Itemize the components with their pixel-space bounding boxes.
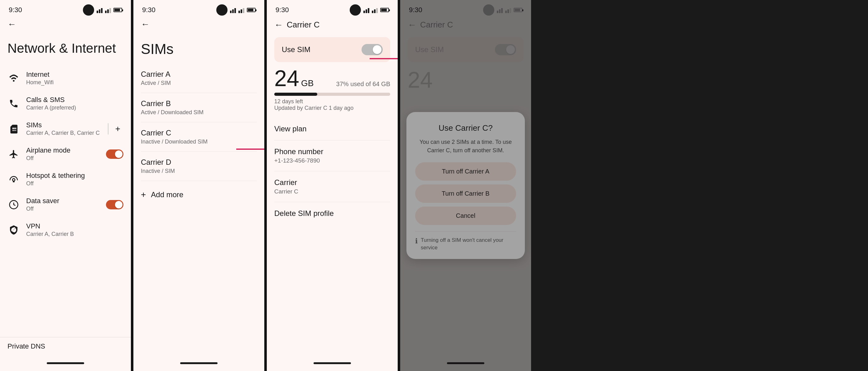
phone-icon bbox=[7, 97, 20, 110]
nav-back-1: ← bbox=[0, 18, 131, 31]
menu-item-datasaver[interactable]: Data saver Off bbox=[7, 192, 123, 217]
add-more-plus-icon: + bbox=[141, 190, 146, 200]
phone-number-value: +1-123-456-7890 bbox=[274, 157, 390, 164]
screen3-nav-title: Carrier C bbox=[287, 20, 319, 30]
dialog-title: Use Carrier C? bbox=[415, 123, 516, 133]
menu-item-calls[interactable]: Calls & SMS Carrier A (preferred) bbox=[7, 91, 123, 116]
status-icons-3 bbox=[350, 4, 389, 16]
nav-pill-2 bbox=[180, 362, 218, 364]
camera-dot-2 bbox=[216, 4, 227, 16]
sims-page-title: SIMs bbox=[141, 40, 257, 57]
view-plan-item[interactable]: View plan bbox=[274, 118, 390, 140]
camera-dot-1 bbox=[83, 4, 94, 16]
carrier-d-status: Inactive / SIM bbox=[141, 168, 257, 174]
screen4-dialog: 9:30 ← Carrier C Use SIM bbox=[400, 0, 531, 371]
dialog-note: ℹ Turning off a SIM won't cancel your se… bbox=[415, 231, 516, 252]
carrier-a-item[interactable]: Carrier A Active / SIM bbox=[141, 64, 257, 93]
use-carrier-dialog: Use Carrier C? You can use 2 SIMs at a t… bbox=[406, 112, 525, 259]
signal-bars-3 bbox=[372, 7, 378, 13]
datasaver-label: Data saver bbox=[26, 197, 100, 205]
add-more-label: Add more bbox=[151, 190, 183, 199]
private-dns-item[interactable]: Private DNS bbox=[0, 337, 131, 355]
data-block: 24 GB 37% used of 64 GB 12 days left Upd… bbox=[274, 67, 390, 111]
add-sim-button[interactable]: + bbox=[112, 123, 123, 135]
signal-bars-1 bbox=[105, 7, 111, 13]
calls-label: Calls & SMS bbox=[26, 96, 123, 104]
days-left: 12 days left bbox=[274, 98, 390, 105]
menu-item-vpn[interactable]: VPN Carrier A, Carrier B bbox=[7, 217, 123, 242]
back-arrow-3[interactable]: ← bbox=[274, 21, 283, 29]
status-bar-2: 9:30 bbox=[133, 0, 264, 18]
datasaver-toggle[interactable] bbox=[106, 200, 123, 209]
dialog-note-text: Turning off a SIM won't cancel your serv… bbox=[421, 236, 516, 252]
carrier-c-name: Carrier C bbox=[141, 129, 257, 137]
menu-text-internet: Internet Home_Wifi bbox=[26, 70, 123, 86]
carrier-c-status: Inactive / Downloaded SIM bbox=[141, 139, 257, 145]
cancel-button[interactable]: Cancel bbox=[415, 206, 516, 225]
wifi-icon-3 bbox=[363, 7, 369, 13]
hotspot-sub: Off bbox=[26, 180, 123, 187]
use-sim-toggle[interactable] bbox=[362, 44, 383, 55]
data-row: 24 GB 37% used of 64 GB bbox=[274, 67, 390, 90]
carrier-item[interactable]: Carrier Carrier C bbox=[274, 171, 390, 202]
menu-item-hotspot[interactable]: Hotspot & tethering Off bbox=[7, 167, 123, 192]
airplane-toggle[interactable] bbox=[106, 149, 123, 159]
menu-item-internet[interactable]: Internet Home_Wifi bbox=[7, 65, 123, 91]
bottom-bar-2 bbox=[133, 359, 264, 371]
bottom-bar-3 bbox=[267, 359, 398, 371]
sim-divider-line bbox=[108, 123, 108, 135]
screen1-content: Network & Internet Internet Home_Wifi Ca… bbox=[0, 31, 131, 359]
internet-sub: Home_Wifi bbox=[26, 79, 123, 86]
arrow-2 bbox=[370, 56, 398, 63]
use-sim-label: Use SIM bbox=[282, 45, 310, 54]
status-bar-1: 9:30 bbox=[0, 0, 131, 18]
carrier-b-name: Carrier B bbox=[141, 99, 257, 108]
add-more-button[interactable]: + Add more bbox=[141, 183, 257, 206]
private-dns-label: Private DNS bbox=[7, 342, 123, 350]
wifi-icon-2 bbox=[230, 7, 236, 13]
menu-item-sims[interactable]: SIMs Carrier A, Carrier B, Carrier C + bbox=[7, 116, 123, 141]
screen2-content: SIMs Carrier A Active / SIM Carrier B Ac… bbox=[133, 31, 264, 359]
back-arrow-2[interactable]: ← bbox=[141, 20, 150, 29]
carrier-a-name: Carrier A bbox=[141, 70, 257, 79]
carrier-b-status: Active / Downloaded SIM bbox=[141, 109, 257, 116]
turn-off-carrier-a-button[interactable]: Turn off Carrier A bbox=[415, 162, 516, 181]
phone-number-item[interactable]: Phone number +1-123-456-7890 bbox=[274, 140, 390, 171]
airplane-label: Airplane mode bbox=[26, 146, 100, 154]
sims-sub: Carrier A, Carrier B, Carrier C bbox=[26, 130, 100, 136]
phone-number-label: Phone number bbox=[274, 147, 390, 156]
time-2: 9:30 bbox=[142, 6, 156, 14]
carrier-b-item[interactable]: Carrier B Active / Downloaded SIM bbox=[141, 93, 257, 122]
data-progress-bar bbox=[274, 93, 390, 96]
nav-back-2: ← bbox=[133, 18, 264, 31]
view-plan-label: View plan bbox=[274, 124, 390, 133]
data-percent: 37% used of 64 GB bbox=[336, 81, 390, 88]
carrier-value: Carrier C bbox=[274, 188, 390, 195]
back-arrow-1[interactable]: ← bbox=[7, 20, 16, 29]
wifi-icon bbox=[7, 72, 20, 85]
camera-dot-3 bbox=[350, 4, 361, 16]
data-progress-fill bbox=[274, 93, 317, 96]
menu-text-hotspot: Hotspot & tethering Off bbox=[26, 172, 123, 187]
info-icon: ℹ bbox=[415, 237, 417, 245]
data-gb: 24 GB bbox=[274, 67, 314, 90]
airplane-icon bbox=[7, 148, 20, 161]
delete-sim-item[interactable]: Delete SIM profile bbox=[274, 202, 390, 225]
calls-sub: Carrier A (preferred) bbox=[26, 105, 123, 111]
status-icons-2 bbox=[216, 4, 255, 16]
arrow-svg-1 bbox=[236, 146, 264, 152]
carrier-label: Carrier bbox=[274, 178, 390, 187]
vpn-label: VPN bbox=[26, 222, 123, 230]
dialog-desc: You can use 2 SIMs at a time. To use Car… bbox=[415, 138, 516, 155]
battery-icon-1 bbox=[114, 8, 122, 12]
bottom-bar-1 bbox=[0, 359, 131, 371]
carrier-d-name: Carrier D bbox=[141, 158, 257, 167]
nav-pill-3 bbox=[314, 362, 351, 364]
datasaver-sub: Off bbox=[26, 206, 100, 212]
turn-off-carrier-b-button[interactable]: Turn off Carrier B bbox=[415, 184, 516, 203]
menu-item-airplane[interactable]: Airplane mode Off bbox=[7, 141, 123, 167]
screen3-content: Use SIM 24 GB 37% used of 64 GB bbox=[267, 32, 398, 359]
carrier-d-item[interactable]: Carrier D Inactive / SIM bbox=[141, 152, 257, 181]
updated-meta: Updated by Carrier C 1 day ago bbox=[274, 105, 390, 111]
menu-text-sims: SIMs Carrier A, Carrier B, Carrier C bbox=[26, 121, 100, 136]
